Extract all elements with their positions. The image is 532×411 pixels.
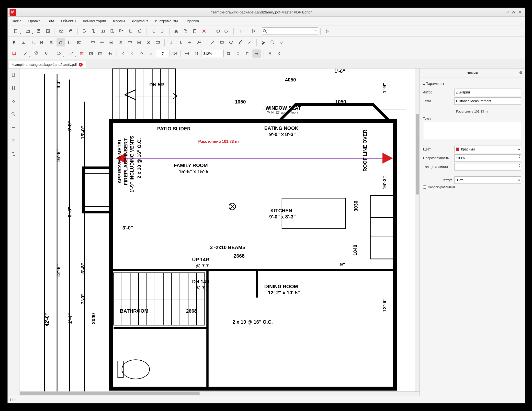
menu-file[interactable]: Файл [9,17,25,24]
thumbnails-icon[interactable] [10,71,17,78]
fit-page-button[interactable] [192,49,201,58]
subject-input[interactable] [454,97,521,105]
rotate-left-button[interactable] [234,49,242,58]
menu-edit[interactable]: Правка [25,17,44,24]
select-area-tool[interactable] [66,38,74,46]
delete-button[interactable] [200,27,208,35]
indent-button[interactable] [158,27,167,35]
pencil-tool[interactable] [236,38,245,46]
hand-tool[interactable] [57,38,65,46]
strikeout-tool[interactable] [186,38,194,46]
menu-tools[interactable]: Инструменты [151,17,181,24]
opacity-input[interactable] [454,154,521,162]
stamp-tool[interactable] [87,49,95,58]
status-select[interactable]: Нет [454,176,521,184]
panel-settings-icon[interactable]: ⚙ [519,70,522,75]
line-tool[interactable] [208,38,217,46]
save-as-button[interactable] [44,27,52,35]
edit-object-tool[interactable] [38,38,46,46]
layers-icon[interactable] [10,124,17,131]
link-tool[interactable] [154,38,162,46]
close-button[interactable] [517,10,523,15]
checkbox-tool[interactable] [107,38,115,46]
snapshot-tool[interactable] [75,38,83,46]
redo-button[interactable] [223,27,231,35]
play-button[interactable] [249,27,258,35]
ellipse-tool[interactable] [227,38,235,46]
rect-tool[interactable] [218,38,226,46]
snap-on-button[interactable] [275,49,283,58]
callout-tool[interactable] [195,38,203,46]
menu-document[interactable]: Документ [128,17,152,24]
note-tool[interactable] [10,49,18,58]
page-up-button[interactable] [137,49,146,58]
menu-comments[interactable]: Комментарии [79,17,109,24]
checkmark-tool[interactable]: ▾ [19,49,31,58]
minimize-button[interactable] [505,10,510,15]
check-tool[interactable] [278,38,286,46]
fit-width-button[interactable] [183,49,191,58]
grid-button[interactable] [236,27,244,35]
snap-off-button[interactable] [266,49,274,58]
insert-page-button[interactable] [80,27,88,35]
actual-size-button[interactable] [225,49,233,58]
params-header[interactable]: ▴ Параметры [423,80,521,87]
text-input[interactable] [423,122,521,139]
email-button[interactable] [57,27,66,35]
textfield-tool[interactable] [89,38,97,46]
paste-button[interactable] [191,27,199,35]
menu-help[interactable]: Справка [181,17,203,24]
combobox-tool[interactable] [126,38,134,46]
linewidth-input[interactable] [454,163,521,171]
search-panel-icon[interactable] [10,111,17,118]
prev-page-button[interactable] [128,49,136,58]
cut-button[interactable] [172,27,180,35]
attachments-icon[interactable] [10,97,17,105]
page-input[interactable] [156,50,170,57]
insert-text-tool[interactable] [176,38,185,46]
maximize-button[interactable] [511,10,516,15]
first-page-button[interactable] [119,49,127,58]
button-tool[interactable] [98,38,106,46]
measurement-label[interactable]: Расстояние 101.83 пт [198,139,239,144]
pages-icon[interactable] [10,150,17,158]
pointer-tool[interactable] [10,38,18,46]
save-button[interactable] [34,27,43,35]
rotate-right-button[interactable] [243,49,251,58]
replace-page-button[interactable] [99,27,107,35]
settings-icon[interactable] [323,27,331,35]
new-doc-button[interactable]: ▾ [10,27,21,35]
zoom-tool[interactable] [268,38,277,46]
color-select[interactable]: Красный [454,146,521,153]
bookmarks-icon[interactable] [10,84,17,91]
vertical-scrollbar[interactable] [415,68,419,391]
underline-tool[interactable]: U▾ [41,49,52,58]
page-down-button[interactable] [147,49,155,58]
redact-tool[interactable] [259,38,267,46]
tab-close-icon[interactable]: ✕ [79,63,83,67]
menu-view[interactable]: Вид [44,17,57,24]
outdent-button[interactable] [149,27,158,35]
highlight-tool[interactable] [167,38,175,46]
cloud-tool[interactable]: ▾ [53,49,64,58]
locked-checkbox[interactable] [423,185,426,189]
form-tool[interactable] [47,38,56,46]
move-page-button[interactable] [117,27,125,35]
text-select-tool[interactable] [19,38,28,46]
rotate-page-button[interactable] [126,27,135,35]
attach-tool[interactable] [32,49,40,58]
image-stamp-tool[interactable] [105,49,114,58]
radio-tool[interactable] [144,38,153,46]
signature-tool[interactable] [135,38,143,46]
arrow-tool[interactable]: ▾ [65,49,77,58]
fields-icon[interactable] [10,137,17,144]
menu-forms[interactable]: Формы [110,17,128,24]
crop-page-button[interactable] [136,27,144,35]
edit-text-tool[interactable] [29,38,37,46]
document-canvas[interactable]: DN 5R 4050 1050 1050 WINDOW SEAT (MIN. 1… [20,68,415,391]
menu-objects[interactable]: Объекты [57,17,79,24]
copy-button[interactable] [181,27,190,35]
print-button[interactable] [67,27,75,35]
listbox-tool[interactable] [116,38,125,46]
extract-page-button[interactable] [89,27,98,35]
